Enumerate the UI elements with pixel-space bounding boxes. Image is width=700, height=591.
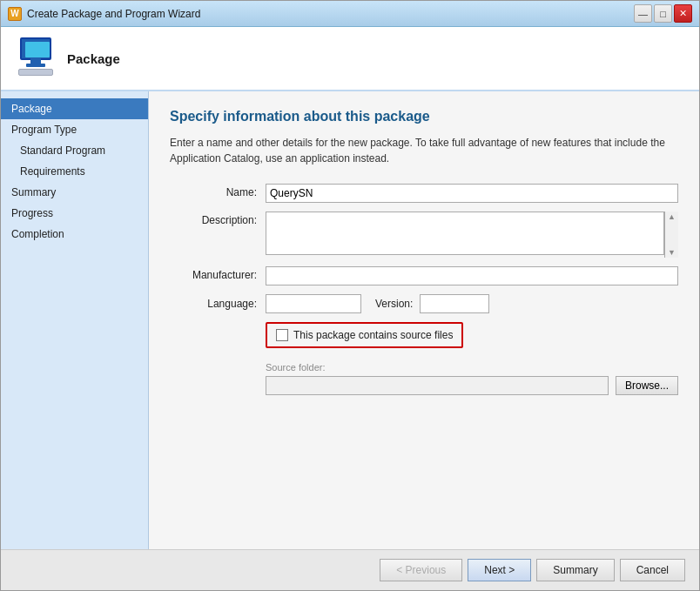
source-folder-label: Source folder: xyxy=(266,362,678,373)
cancel-button[interactable]: Cancel xyxy=(620,559,685,581)
sidebar-item-program-type[interactable]: Program Type xyxy=(1,119,148,140)
maximize-button[interactable]: □ xyxy=(654,4,672,23)
language-input[interactable] xyxy=(266,294,361,313)
name-row: Name: xyxy=(170,184,678,203)
sidebar-item-progress[interactable]: Progress xyxy=(1,203,148,224)
source-files-box: This package contains source files xyxy=(266,322,463,348)
summary-button[interactable]: Summary xyxy=(536,559,614,581)
content-title: Specify information about this package xyxy=(170,109,678,124)
source-folder-row: Browse... xyxy=(266,376,678,395)
sidebar-item-standard-program[interactable]: Standard Program xyxy=(1,140,148,161)
description-label: Description: xyxy=(170,212,266,226)
manufacturer-input[interactable] xyxy=(266,266,678,285)
main-content: Specify information about this package E… xyxy=(149,91,699,549)
language-label: Language: xyxy=(170,298,266,310)
wizard-header-title: Package xyxy=(67,51,120,66)
browse-button[interactable]: Browse... xyxy=(616,376,678,395)
minimize-button[interactable]: — xyxy=(634,4,652,23)
title-bar-left: W Create Package and Program Wizard xyxy=(8,7,200,21)
source-files-label: This package contains source files xyxy=(293,329,453,341)
description-row: Description: ▲ ▼ xyxy=(170,212,678,258)
next-button[interactable]: Next > xyxy=(468,559,531,581)
previous-button[interactable]: < Previous xyxy=(380,559,462,581)
wizard-header: Package xyxy=(1,27,699,91)
wizard-footer: < Previous Next > Summary Cancel xyxy=(1,549,699,590)
content-description: Enter a name and other details for the n… xyxy=(170,135,678,166)
name-label: Name: xyxy=(170,184,266,198)
description-wrapper: ▲ ▼ xyxy=(266,212,678,258)
name-input[interactable] xyxy=(266,184,678,203)
description-input[interactable] xyxy=(266,212,664,255)
version-input[interactable] xyxy=(420,294,489,313)
source-files-checkbox[interactable] xyxy=(276,329,288,341)
wizard-body: Package Program Type Standard Program Re… xyxy=(1,91,699,549)
manufacturer-label: Manufacturer: xyxy=(170,266,266,281)
window-icon: W xyxy=(8,7,22,21)
description-scrollbar[interactable]: ▲ ▼ xyxy=(664,212,678,258)
title-bar: W Create Package and Program Wizard — □ … xyxy=(1,1,699,27)
lang-version-row: Language: Version: xyxy=(170,294,678,313)
sidebar-item-package[interactable]: Package xyxy=(1,98,148,119)
sidebar: Package Program Type Standard Program Re… xyxy=(1,91,149,549)
window-title: Create Package and Program Wizard xyxy=(27,8,200,20)
sidebar-item-requirements[interactable]: Requirements xyxy=(1,161,148,182)
title-controls: — □ ✕ xyxy=(634,4,692,23)
package-icon xyxy=(15,37,57,79)
source-folder-input[interactable] xyxy=(266,376,609,395)
source-files-section: This package contains source files xyxy=(170,322,678,357)
wizard-window: W Create Package and Program Wizard — □ … xyxy=(0,0,700,591)
sidebar-item-completion[interactable]: Completion xyxy=(1,224,148,245)
version-label: Version: xyxy=(375,298,413,310)
sidebar-item-summary[interactable]: Summary xyxy=(1,182,148,203)
close-button[interactable]: ✕ xyxy=(674,4,692,23)
manufacturer-row: Manufacturer: xyxy=(170,266,678,285)
